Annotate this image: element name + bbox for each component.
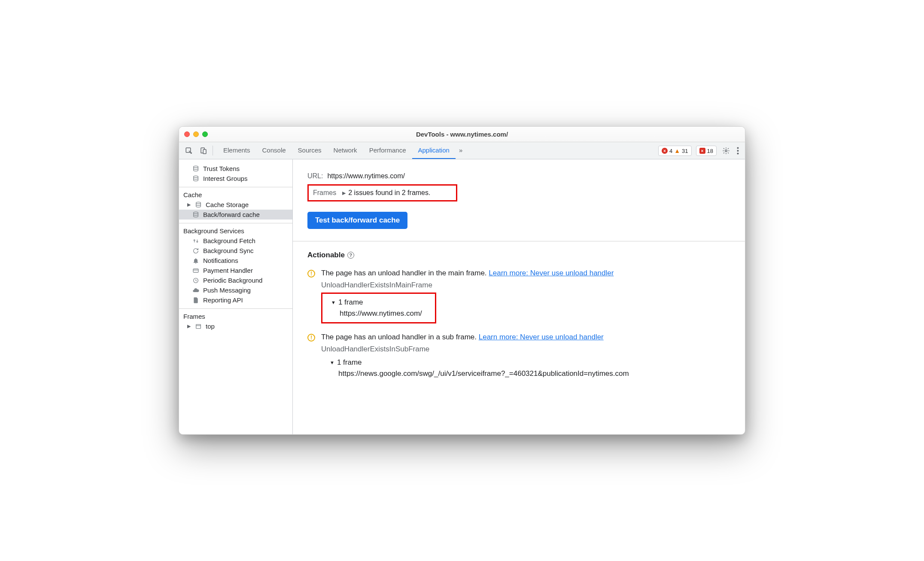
bell-icon [192, 257, 200, 264]
issues-counter-pill[interactable]: × 18 [696, 146, 717, 156]
sidebar-item-trust-tokens[interactable]: Trust Tokens [179, 164, 292, 174]
bfcache-panel: URL: https://www.nytimes.com/ Frames ▶ 2… [293, 159, 745, 434]
transfer-icon [192, 238, 200, 244]
help-icon[interactable]: ? [347, 252, 354, 259]
svg-point-10 [194, 212, 198, 213]
frames-summary-text: 2 issues found in 2 frames. [348, 189, 430, 197]
chevron-right-icon: ▶ [187, 323, 191, 329]
sidebar-heading-bgservices: Background Services [179, 226, 292, 236]
frame-url: https://news.google.com/swg/_/ui/v1/serv… [338, 369, 629, 378]
clock-icon [192, 277, 200, 284]
issue-text: The page has an unload handler in the ma… [321, 269, 614, 277]
sidebar-item-top-frame[interactable]: ▶ top [179, 321, 292, 331]
frame-icon [195, 323, 202, 330]
svg-point-8 [194, 176, 198, 177]
frame-collapse-row[interactable]: ▼ 1 frame [331, 298, 422, 307]
test-bfcache-button[interactable]: Test back/forward cache [307, 212, 407, 229]
warning-count: 31 [682, 148, 688, 154]
sidebar-item-label: Payment Handler [203, 267, 253, 274]
settings-gear-icon[interactable] [719, 142, 733, 159]
chevron-down-icon: ▼ [330, 360, 334, 365]
svg-point-9 [196, 202, 201, 204]
issues-icon: × [699, 148, 705, 154]
minimize-window-button[interactable] [193, 131, 199, 137]
sidebar-item-label: Background Fetch [203, 237, 255, 244]
sidebar-item-label: Push Messaging [203, 287, 251, 294]
sidebar-frames-section: Frames ▶ top [179, 309, 292, 335]
svg-point-3 [725, 149, 727, 152]
issue-row: ! The page has an unload handler in a su… [307, 333, 732, 341]
sidebar-bgservices-section: Background Services Background Fetch Bac… [179, 223, 292, 309]
error-icon: × [662, 148, 668, 154]
tab-more[interactable]: » [456, 142, 466, 159]
svg-rect-13 [196, 324, 201, 328]
console-counter-pill[interactable]: × 4 ▲ 31 [658, 146, 692, 156]
inspect-element-icon[interactable] [182, 142, 196, 159]
sidebar-item-payment-handler[interactable]: Payment Handler [179, 265, 292, 275]
chevron-right-icon: ▶ [342, 190, 346, 196]
sidebar-item-background-fetch[interactable]: Background Fetch [179, 236, 292, 246]
url-value: https://www.nytimes.com/ [327, 172, 405, 180]
database-icon [192, 211, 200, 218]
issue-reason: UnloadHandlerExistsInSubFrame [321, 345, 732, 354]
tab-elements[interactable]: Elements [217, 142, 256, 159]
database-icon [192, 165, 200, 172]
window-title: DevTools - www.nytimes.com/ [184, 131, 740, 138]
tab-sources[interactable]: Sources [292, 142, 328, 159]
sidebar-item-label: Background Sync [203, 247, 254, 254]
sidebar-item-interest-groups[interactable]: Interest Groups [179, 174, 292, 183]
maximize-window-button[interactable] [202, 131, 208, 137]
sidebar-item-bfcache[interactable]: Back/forward cache [179, 210, 292, 220]
sidebar-item-notifications[interactable]: Notifications [179, 256, 292, 265]
close-window-button[interactable] [184, 131, 190, 137]
device-toggle-icon[interactable] [196, 142, 211, 159]
sidebar-heading-frames: Frames [179, 311, 292, 321]
sidebar-item-label: Notifications [203, 257, 238, 264]
issue-learn-more-link[interactable]: Learn more: Never use unload handler [479, 333, 604, 341]
svg-point-5 [737, 150, 739, 152]
sidebar-cache-section: Cache ▶ Cache Storage Back/forward cache [179, 187, 292, 223]
issue-reason: UnloadHandlerExistsInMainFrame [321, 281, 732, 290]
sidebar-item-label: Cache Storage [206, 201, 249, 208]
svg-rect-2 [203, 149, 206, 154]
issue-frame-box: ▼ 1 frame https://news.google.com/swg/_/… [321, 357, 629, 378]
divider [213, 146, 213, 155]
sidebar-item-periodic-background[interactable]: Periodic Background [179, 275, 292, 285]
sidebar-item-reporting-api[interactable]: Reporting API [179, 295, 292, 305]
credit-card-icon [192, 267, 200, 274]
sidebar-heading-cache: Cache [179, 190, 292, 200]
kebab-menu-icon[interactable] [733, 142, 742, 159]
frames-summary-row[interactable]: Frames ▶ 2 issues found in 2 frames. [307, 184, 457, 201]
issue-frame-box: ▼ 1 frame https://www.nytimes.com/ [321, 293, 436, 323]
sidebar-item-label: top [206, 323, 215, 330]
frame-collapse-row[interactable]: ▼ 1 frame [330, 358, 629, 367]
tab-network[interactable]: Network [328, 142, 363, 159]
tab-performance[interactable]: Performance [363, 142, 412, 159]
warning-icon: ▲ [674, 148, 680, 154]
database-icon [195, 201, 202, 208]
actionable-label: Actionable [307, 251, 345, 259]
sidebar-item-label: Interest Groups [203, 175, 247, 182]
tab-console[interactable]: Console [256, 142, 292, 159]
issues-count: 18 [707, 148, 713, 154]
actionable-heading: Actionable ? [307, 251, 732, 259]
panel-tabs: Elements Console Sources Network Perform… [217, 142, 466, 159]
sidebar-item-label: Reporting API [203, 296, 243, 304]
svg-rect-11 [193, 269, 198, 272]
error-count: 4 [669, 148, 672, 154]
titlebar: DevTools - www.nytimes.com/ [179, 127, 745, 142]
issue-learn-more-link[interactable]: Learn more: Never use unload handler [489, 269, 614, 277]
traffic-lights [184, 131, 208, 137]
sidebar-storage-section: Trust Tokens Interest Groups [179, 159, 292, 187]
url-row: URL: https://www.nytimes.com/ [307, 172, 732, 180]
sidebar-item-label: Periodic Background [203, 277, 262, 284]
warning-circle-icon: ! [307, 333, 316, 341]
frame-url: https://www.nytimes.com/ [340, 309, 422, 318]
devtools-toolbar: Elements Console Sources Network Perform… [179, 142, 745, 159]
sidebar-item-cache-storage[interactable]: ▶ Cache Storage [179, 200, 292, 210]
tab-application[interactable]: Application [412, 142, 456, 159]
frame-count: 1 frame [337, 358, 362, 367]
application-sidebar: Trust Tokens Interest Groups Cache ▶ Cac… [179, 159, 293, 434]
sidebar-item-push-messaging[interactable]: Push Messaging [179, 285, 292, 295]
sidebar-item-background-sync[interactable]: Background Sync [179, 246, 292, 256]
